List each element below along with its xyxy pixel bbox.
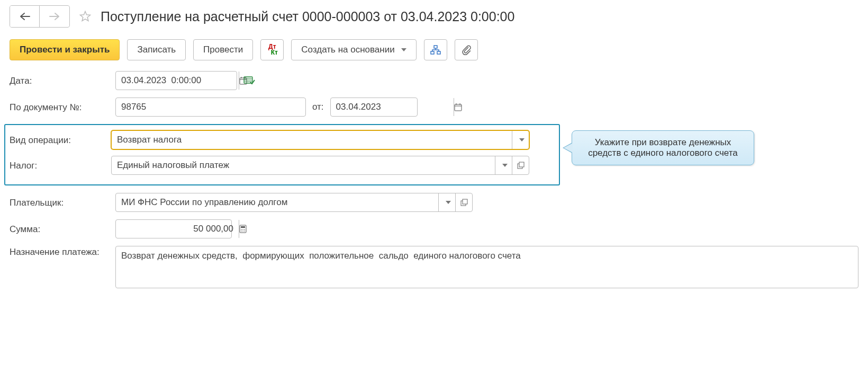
svg-point-16	[242, 231, 243, 232]
date-input[interactable]	[116, 72, 239, 90]
header: Поступление на расчетный счет 0000-00000…	[10, 5, 858, 28]
date-label: Дата:	[10, 75, 115, 86]
operation-type-dropdown-button[interactable]	[512, 131, 529, 149]
payer-dropdown-button[interactable]	[438, 193, 455, 211]
svg-point-14	[244, 229, 245, 230]
date-input-group	[115, 71, 237, 90]
chevron-down-icon	[401, 48, 406, 51]
payer-select[interactable]: МИ ФНС России по управлению долгом	[115, 193, 473, 212]
tax-value: Единый налоговый платеж	[112, 156, 495, 174]
row-sum: Сумма:	[10, 219, 858, 238]
favorite-star-icon[interactable]	[77, 8, 93, 24]
sum-input[interactable]	[116, 220, 239, 238]
doc-from-label: от:	[312, 102, 324, 112]
hint-text: Укажите при возврате денежных средств с …	[588, 137, 738, 158]
operation-type-select[interactable]: Возврат налога	[111, 130, 529, 149]
attachment-button[interactable]	[455, 39, 478, 60]
row-doc-number: По документу №: от:	[10, 98, 858, 117]
row-tax: Налог: Единый налоговый платеж	[10, 156, 555, 175]
svg-rect-0	[434, 46, 437, 48]
structure-button[interactable]	[424, 39, 447, 60]
payer-value: МИ ФНС России по управлению долгом	[116, 193, 438, 211]
page-title: Поступление на расчетный счет 0000-00000…	[101, 9, 514, 24]
tax-select[interactable]: Единый налоговый платеж	[111, 156, 529, 175]
post-and-close-button[interactable]: Провести и закрыть	[10, 39, 120, 60]
doc-date-input[interactable]	[331, 98, 454, 116]
create-based-on-label: Создать на основании	[301, 45, 394, 55]
structure-icon	[430, 45, 441, 55]
tax-label: Налог:	[10, 160, 111, 171]
open-icon	[460, 199, 468, 206]
operation-type-label: Вид операции:	[10, 134, 111, 146]
nav-buttons	[10, 5, 70, 28]
dtkt-button[interactable]: ДтКт	[260, 39, 284, 60]
payer-open-button[interactable]	[455, 193, 472, 211]
toolbar: Провести и закрыть Записать Провести ДтК…	[10, 39, 858, 60]
row-payer: Плательщик: МИ ФНС России по управлению …	[10, 193, 858, 212]
create-based-on-button[interactable]: Создать на основании	[291, 39, 416, 60]
calculator-icon	[239, 225, 247, 233]
svg-point-13	[242, 229, 243, 230]
purpose-label: Назначение платежа:	[10, 246, 115, 258]
paperclip-icon	[462, 45, 471, 55]
svg-rect-2	[437, 51, 440, 54]
chevron-down-icon	[446, 201, 451, 204]
chevron-down-icon	[519, 138, 525, 141]
svg-rect-1	[431, 51, 434, 54]
svg-point-12	[241, 229, 242, 230]
doc-date-input-group	[330, 98, 418, 117]
forward-button[interactable]	[40, 6, 69, 27]
row-date: Дата:	[10, 71, 858, 90]
doc-number-input[interactable]	[116, 98, 239, 116]
row-operation-type: Вид операции: Возврат налога	[10, 130, 555, 149]
svg-point-17	[244, 231, 245, 232]
tax-open-button[interactable]	[512, 156, 529, 174]
tax-dropdown-button[interactable]	[495, 156, 512, 174]
open-icon	[517, 162, 525, 169]
hint-callout: Укажите при возврате денежных средств с …	[572, 130, 754, 165]
svg-rect-5	[455, 104, 462, 111]
doc-number-input-group	[115, 98, 306, 117]
svg-point-15	[241, 231, 242, 232]
svg-rect-11	[241, 226, 245, 228]
svg-rect-7	[519, 162, 524, 167]
row-purpose: Назначение платежа:	[10, 246, 858, 288]
sum-calculator-button[interactable]	[239, 220, 247, 238]
doc-status-icon[interactable]	[243, 76, 255, 85]
doc-date-calendar-button[interactable]	[454, 98, 462, 116]
calendar-icon	[454, 103, 462, 111]
post-button[interactable]: Провести	[193, 39, 253, 60]
operation-type-value: Возврат налога	[112, 131, 512, 149]
sum-label: Сумма:	[10, 223, 115, 235]
back-button[interactable]	[10, 6, 40, 27]
payer-label: Плательщик:	[10, 197, 115, 208]
svg-rect-9	[463, 199, 467, 204]
sum-input-group	[115, 219, 232, 238]
purpose-textarea[interactable]	[115, 246, 858, 288]
dtkt-icon: ДтКт	[267, 44, 278, 56]
save-button[interactable]: Записать	[127, 39, 186, 60]
doc-number-label: По документу №:	[10, 101, 115, 113]
highlighted-block: Вид операции: Возврат налога Налог: Един…	[4, 124, 560, 185]
form-body: Дата: По документу №: от:	[10, 71, 858, 288]
chevron-down-icon	[502, 164, 508, 167]
